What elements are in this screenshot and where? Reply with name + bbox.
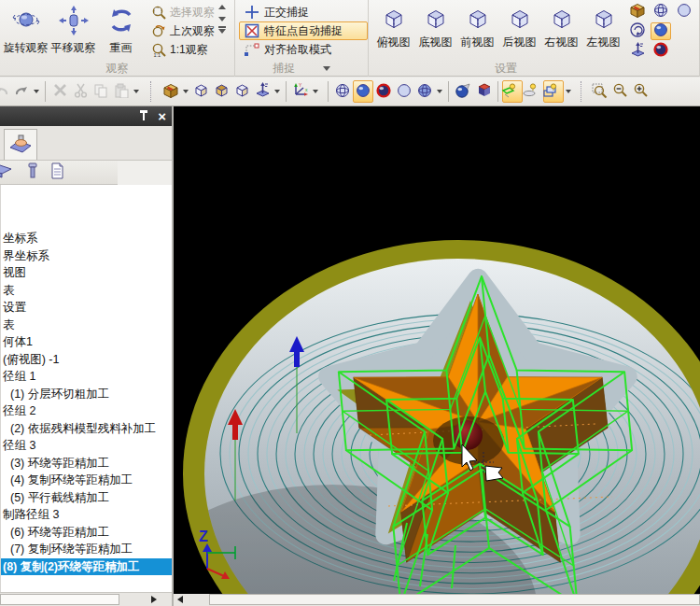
- feature-snap-button[interactable]: 特征点自动捕捉: [239, 21, 368, 40]
- bottom-view-button[interactable]: 底视图: [414, 2, 456, 60]
- axis-display-button[interactable]: [627, 42, 648, 60]
- show-toolpath-icon: [542, 82, 565, 101]
- tree-item[interactable]: (俯视图) -1: [1, 351, 172, 369]
- tree-item[interactable]: 径组 3: [1, 437, 172, 455]
- tree-item[interactable]: 何体1: [1, 333, 172, 351]
- cube-display2-button[interactable]: [211, 80, 231, 103]
- align-pick-button[interactable]: 对齐拾取模式: [239, 40, 368, 59]
- feature-snap-label: 特征点自动捕捉: [264, 23, 343, 39]
- redo-dropdown-icon[interactable]: [34, 90, 39, 93]
- tree-item[interactable]: 径组 2: [1, 402, 172, 420]
- plain-circle-button[interactable]: [674, 3, 694, 21]
- plain-mode-button[interactable]: [394, 80, 414, 103]
- back-view-button[interactable]: 后视图: [498, 2, 540, 60]
- pin-icon[interactable]: [143, 113, 145, 120]
- wireframe-mode-button[interactable]: [332, 80, 353, 103]
- zoom-window-button[interactable]: [589, 80, 609, 103]
- bottom-view-label: 底视图: [419, 35, 453, 50]
- spin-view-button[interactable]: [627, 22, 648, 40]
- undo-button[interactable]: [0, 80, 11, 103]
- zoom-out-button[interactable]: [609, 80, 630, 103]
- tree-item[interactable]: 设置: [1, 299, 172, 317]
- tree-item[interactable]: (1) 分层环切粗加工: [1, 386, 172, 403]
- show-stock-button[interactable]: [523, 80, 543, 103]
- globe-mode-dropdown-icon[interactable]: [437, 90, 442, 93]
- pan-view-button[interactable]: 平移观察: [49, 2, 97, 60]
- render-quality-button[interactable]: [453, 80, 473, 103]
- viewport[interactable]: Z: [174, 106, 700, 595]
- shaded-mode-button[interactable]: [353, 80, 373, 103]
- show-toolpath-button[interactable]: [543, 80, 564, 103]
- copy-button[interactable]: [91, 80, 111, 103]
- shaded-sphere-button[interactable]: [651, 22, 671, 40]
- gallery-up-icon[interactable]: [218, 5, 226, 9]
- redraw-button[interactable]: 重画: [97, 2, 145, 60]
- tab-machining[interactable]: [4, 129, 37, 160]
- show-dropdown-icon[interactable]: [566, 90, 571, 93]
- viewport-scroll-left-icon[interactable]: [177, 596, 183, 603]
- pan-view-label: 平移观察: [51, 40, 96, 56]
- close-icon[interactable]: ×: [158, 109, 166, 123]
- axis-plane-button[interactable]: [252, 80, 273, 103]
- view-cube-buttons: 俯视图 底视图 前视图 后视图 右视图: [372, 2, 624, 60]
- axis-plane-dropdown-icon[interactable]: [274, 90, 280, 93]
- part-icon[interactable]: [0, 162, 15, 182]
- tool-icon[interactable]: [26, 162, 39, 183]
- front-view-button[interactable]: 前视图: [456, 2, 498, 60]
- left-view-button[interactable]: 左视图: [582, 2, 624, 60]
- document-icon[interactable]: [50, 162, 64, 182]
- panel-scroll-thumb[interactable]: [0, 594, 119, 605]
- panel-scroll-right-icon[interactable]: [151, 596, 157, 603]
- right-view-label: 右视图: [545, 35, 579, 50]
- gallery-down-icon[interactable]: [218, 17, 226, 21]
- clip-box-button[interactable]: [473, 80, 494, 103]
- paste-dropdown-icon[interactable]: [133, 90, 139, 93]
- cut-button[interactable]: [70, 80, 91, 103]
- cube-display3-button[interactable]: [231, 80, 252, 103]
- last-view-button[interactable]: 上次观察: [148, 21, 217, 40]
- rotate-view-button[interactable]: 旋转观察: [2, 2, 49, 60]
- solid-display-button[interactable]: [161, 80, 181, 103]
- tree-item-selected[interactable]: (8) 复制(2)环绕等距精加工: [1, 558, 172, 576]
- top-view-button[interactable]: 俯视图: [372, 2, 414, 60]
- cube-display3-icon: [234, 82, 250, 101]
- ortho-snap-button[interactable]: 正交捕捉: [239, 3, 368, 21]
- tree-item[interactable]: (2) 依据残料模型残料补加工: [1, 420, 172, 438]
- tree-item[interactable]: (5) 平行截线精加工: [1, 489, 172, 507]
- tree-item[interactable]: 视图: [1, 264, 172, 282]
- viewport-hscrollbar[interactable]: [174, 594, 700, 606]
- panel-hscrollbar[interactable]: [0, 592, 172, 606]
- cube-display1-button[interactable]: [190, 80, 211, 103]
- ucs-dropdown-icon[interactable]: [313, 90, 318, 93]
- tree-item[interactable]: (4) 复制环绕等距精加工: [1, 472, 172, 489]
- tree-item[interactable]: (3) 环绕等距精加工: [1, 455, 172, 472]
- viewport-scroll-thumb[interactable]: [209, 594, 700, 605]
- tree-item[interactable]: 界坐标系: [1, 247, 172, 265]
- paste-button[interactable]: [111, 80, 132, 103]
- select-view-button[interactable]: 选择观察: [148, 3, 217, 21]
- wireframe-sphere-button[interactable]: [651, 3, 671, 21]
- gallery-more-icon[interactable]: [218, 29, 226, 34]
- zoom-in-button[interactable]: [630, 80, 651, 103]
- tree-item[interactable]: (6) 环绕等距精加工: [1, 524, 172, 542]
- ucs-button[interactable]: Yx: [290, 80, 311, 103]
- stock-box-button[interactable]: [627, 3, 648, 21]
- viewport-canvas[interactable]: Z: [174, 106, 700, 595]
- tree-item[interactable]: 表: [1, 282, 172, 300]
- tree-item[interactable]: 径组 1: [1, 368, 172, 386]
- tree-item[interactable]: 表: [1, 317, 172, 334]
- red-sphere-button[interactable]: [651, 42, 671, 60]
- show-geometry-button[interactable]: [502, 80, 523, 103]
- right-view-button[interactable]: 右视图: [540, 2, 582, 60]
- globe-mode-button[interactable]: [414, 80, 435, 103]
- redo-button[interactable]: [11, 80, 32, 103]
- red-mode-button[interactable]: [373, 80, 394, 103]
- tree-item[interactable]: 制路径组 3: [1, 506, 172, 524]
- render-mode-grid: [627, 2, 694, 60]
- one-to-one-view-button[interactable]: 1:1 1:1观察: [148, 40, 217, 59]
- copy-icon: [93, 83, 108, 101]
- solid-display-dropdown-icon[interactable]: [183, 90, 189, 93]
- delete-button[interactable]: [49, 80, 70, 103]
- tree-item[interactable]: (7) 复制环绕等距精加工: [1, 541, 172, 558]
- tree-item[interactable]: 坐标系: [1, 230, 172, 247]
